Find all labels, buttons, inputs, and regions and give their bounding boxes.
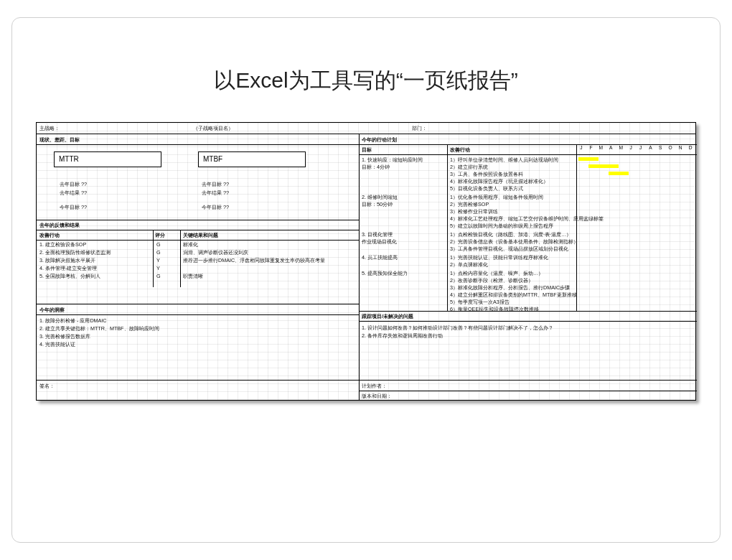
label-author: 计划作者： — [362, 382, 387, 390]
label-update: 版本和日期： — [362, 392, 392, 400]
right-v1 — [447, 144, 448, 311]
right-v2 — [576, 144, 577, 311]
table-cell: 润滑、调声诊断仪器还没到庆 — [183, 248, 248, 256]
table-cell: Y — [156, 264, 160, 272]
table-cell: G — [156, 248, 161, 256]
month-cell: J — [626, 144, 636, 151]
month-cell: M — [616, 144, 626, 151]
table-cell: 标准化 — [183, 241, 198, 248]
list-item: 3. 完善检修报告数据库 — [39, 332, 90, 340]
list-item: 1. 设计问题如何改善？如何推动设计部门改善？有些问题设计部门解决不了，怎么办？ — [362, 324, 553, 332]
left-sign-top — [37, 380, 359, 381]
right-c2: 改善行动 — [450, 146, 470, 154]
goal-name: 4. 员工技能提高 — [362, 253, 398, 261]
left-s2-c1: 改善行动 — [39, 231, 60, 239]
left-s2-header: 去年的反馈和结果 — [39, 221, 80, 229]
left-s2-v1 — [153, 230, 154, 287]
left-s2-v2 — [180, 230, 181, 287]
hline-header — [37, 134, 695, 134]
month-cell: D — [685, 144, 695, 151]
left-s2-bottom — [37, 304, 359, 304]
right-s1-bottom — [359, 311, 697, 312]
right-s2-hr — [359, 321, 697, 322]
cell-lastyear-target-b: 去年目标 ?? — [202, 180, 229, 188]
label-sign: 签名： — [39, 382, 55, 390]
month-cell: J — [576, 144, 586, 151]
list-item: 4. 完善技能认证 — [39, 340, 75, 348]
cell-lastyear-target-a: 去年目标 ?? — [60, 180, 87, 188]
table-row: 4. 条件管理-建立安全管理 — [39, 264, 97, 272]
month-cell: J — [636, 144, 646, 151]
list-item: 1. 故障分析检修 - 应用DMAIC — [39, 317, 107, 325]
cell-thisyear-target-a: 今年目标 ?? — [60, 203, 87, 211]
list-item: 2. 建立共享关键指标：MTTR、MTBF、故障响应时间 — [39, 325, 159, 332]
table-row: 3. 故障解决措施水平展开 — [39, 256, 95, 264]
left-s2-hr1 — [37, 230, 359, 230]
box-mttr: MTTR — [54, 151, 161, 167]
gantt-bar-2 — [588, 164, 619, 168]
month-cell: S — [655, 144, 665, 151]
left-s3-header: 今年的洞察 — [39, 306, 65, 314]
month-cell: F — [586, 144, 596, 151]
action-item: 6）衡量OEE损失和设备故障停次数推移 — [450, 305, 539, 313]
right-footer-mid — [359, 391, 697, 391]
right-s1-hr — [359, 154, 697, 155]
left-s1-header: 现状、差距、目标 — [39, 136, 80, 144]
gantt-bar-3 — [609, 172, 629, 175]
value-strategy: （子战略项目名） — [193, 124, 233, 132]
center-divider — [359, 134, 360, 400]
label-dept: 部门： — [412, 124, 427, 132]
table-row: 2. 全面梳理预防性维修状态监测 — [39, 248, 111, 256]
table-cell: G — [156, 241, 161, 248]
gantt-bar-1 — [578, 157, 599, 161]
action-item: 5）建立以故障时间为基础的班级周上报告程序 — [450, 222, 553, 230]
list-item: 2. 备件库存失效和逻辑周期改善行动 — [362, 332, 443, 340]
cell-lastyear-result-b: 去年结果 ?? — [202, 189, 229, 197]
action-item: 3）工具备件管理目视化、现场品摆放区域划分目视化 — [450, 245, 568, 253]
goal-target: 作业现场目视化 — [362, 238, 397, 246]
excel-sheet: 主战略： （子战略项目名） 部门： 现状、差距、目标 MTTR MTBF 去年目… — [36, 122, 696, 401]
month-cell: A — [645, 144, 655, 151]
cell-thisyear-target-b: 今年目标 ?? — [202, 203, 229, 211]
month-cell: M — [596, 144, 606, 151]
left-s2-c2: 评分 — [155, 231, 165, 239]
table-row: 1. 建立检验设备SOP — [39, 241, 86, 248]
month-cell: O — [665, 144, 675, 151]
month-cell: N — [675, 144, 685, 151]
table-row: 5. 全国故障考核、分解到人 — [39, 272, 100, 280]
table-cell: G — [156, 272, 161, 280]
cell-lastyear-result-a: 去年结果 ?? — [60, 189, 87, 197]
goal-target: 目标：4分钟 — [362, 163, 390, 171]
goal-name: 5. 提高预知保全能力 — [362, 269, 408, 277]
box-mtbf: MTBF — [198, 151, 306, 167]
table-cell: 职责清晰 — [183, 272, 203, 280]
action-item: 5）目视化设备负责人、联系方式 — [450, 185, 523, 192]
left-s3-hr — [37, 314, 359, 315]
left-s2-top — [37, 220, 359, 220]
month-cell: A — [606, 144, 616, 151]
label-strategy: 主战略： — [39, 124, 60, 132]
goal-target: 目标：50分钟 — [362, 200, 393, 208]
right-c1: 目标 — [362, 146, 372, 154]
action-item: 2）单点课标准化 — [450, 261, 488, 269]
left-s2-c3: 关键结果和问题 — [183, 231, 218, 239]
right-s2-header: 跟踪项目/未解决的问题 — [362, 312, 413, 320]
table-cell: 推荐进一步推行DMAIC、浮盘相同故障重复发生率仍较高在考量 — [183, 256, 325, 264]
months-header: JFMAMJJASOND — [576, 144, 695, 151]
page-title: 以Excel为工具写的“一页纸报告” — [0, 66, 732, 95]
right-s1-header: 今年的行动计划 — [362, 136, 397, 144]
left-s1-top — [37, 144, 359, 145]
right-footer-top — [359, 380, 697, 381]
table-cell: Y — [156, 256, 160, 264]
